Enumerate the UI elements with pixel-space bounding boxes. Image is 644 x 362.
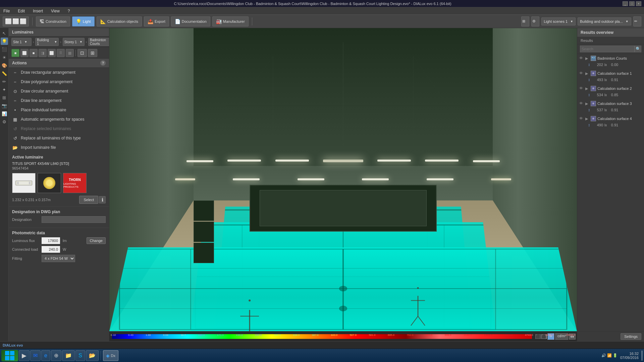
fixture-1 <box>186 160 213 162</box>
expand-icon-5[interactable]: ▶ <box>585 117 589 121</box>
action-auto[interactable]: ▦ Automatic arrangements for spaces <box>9 115 109 124</box>
show-desktop-btn[interactable] <box>641 351 643 361</box>
thorn-label: THORN <box>69 178 81 182</box>
toolbar-construction[interactable]: 🏗 Construction <box>36 16 70 26</box>
toolbar-docs[interactable]: 📄 Documentation <box>171 16 210 26</box>
icon-graph[interactable]: 📊 <box>1 110 8 117</box>
icon-camera[interactable]: 📷 <box>1 102 8 109</box>
expand-icon-4[interactable]: ▶ <box>585 102 589 106</box>
taskbar-folder[interactable]: 📂 <box>86 350 99 361</box>
toolbar-settings-btn[interactable]: ⚙ <box>531 16 539 26</box>
action-import[interactable]: 📂 Import luminaire file <box>9 143 109 152</box>
menu-edit[interactable]: Edit <box>16 8 26 14</box>
building-nav-dropdown[interactable]: Building 1 ▼ <box>35 38 59 46</box>
taskbar-media[interactable]: ▶ <box>19 350 30 361</box>
close-btn[interactable]: × <box>636 1 641 6</box>
fixture-row2-2 <box>233 178 260 180</box>
menu-file[interactable]: File <box>2 8 11 14</box>
site-dropdown[interactable]: Site 1 ▼ <box>11 38 32 46</box>
room-dropdown[interactable]: Badminton Courts ▼ <box>88 38 109 46</box>
icon-pencil[interactable]: ✏ <box>1 78 8 85</box>
taskbar-outlook[interactable]: ✉ <box>30 350 41 361</box>
view-filled[interactable]: ■ <box>30 49 38 57</box>
action-line[interactable]: ▪▪ Draw line arrangement <box>9 96 109 105</box>
view-grid[interactable]: ⊞ <box>88 49 97 57</box>
scoreboard <box>250 185 437 232</box>
view-textured[interactable]: ▦ <box>66 49 74 57</box>
taskbar-explorer[interactable]: 📁 <box>62 350 75 361</box>
view-shaded[interactable]: ◨ <box>39 49 47 57</box>
court-front <box>109 247 577 331</box>
action-replace-all[interactable]: ↺ Replace all luminaires of this type <box>9 133 109 143</box>
expand-icon-1[interactable]: ▶ <box>585 56 589 60</box>
menu-insert[interactable]: Insert <box>32 8 44 14</box>
result-calc1-row: 👁 ▶ ⊞ Calculation surface 1 <box>579 70 642 77</box>
maximize-btn[interactable]: □ <box>629 1 635 6</box>
fitting-select[interactable]: 4 x FDH 54 W <box>42 255 75 262</box>
icon-ruler[interactable]: 📏 <box>1 70 8 77</box>
settings-btn[interactable]: Settings <box>621 333 641 340</box>
toolbar-calc[interactable]: 📐 Calculation objects <box>97 16 142 26</box>
eye-icon-4[interactable]: 👁 <box>579 101 584 106</box>
fixture-7 <box>473 160 500 162</box>
site-label: Site 1 <box>13 40 22 44</box>
outlook-icon: ✉ <box>33 352 38 359</box>
result-badminton-sub: ↕ 202 lx 0.00 <box>579 62 642 68</box>
actions-help-btn[interactable]: ? <box>100 60 106 66</box>
toolbar-light[interactable]: 💡 Light <box>72 16 95 26</box>
select-btn[interactable]: Select <box>79 196 98 204</box>
menu-help[interactable]: ? <box>66 8 71 14</box>
toolbar-icons-group[interactable]: ⬜ ⬜ ⬜ <box>3 16 29 26</box>
icon-palette[interactable]: 🎨 <box>1 62 8 69</box>
toolbar-view-btn[interactable]: ⊞ <box>521 16 529 26</box>
luminaire-img-thorn: THORN LIGHTING PRODUCTS <box>63 173 87 193</box>
icon-grid[interactable]: ⊞ <box>1 94 8 101</box>
view-wireframe-green[interactable]: ⬜ <box>20 49 29 57</box>
eye-icon-3[interactable]: 👁 <box>579 86 584 91</box>
view-filled-green[interactable]: ■ <box>11 49 19 57</box>
change-btn[interactable]: Change <box>87 237 106 244</box>
minimize-btn[interactable]: _ <box>623 1 628 6</box>
luminaire-info-btn[interactable]: ℹ <box>99 196 106 203</box>
icon-light[interactable]: 💡 <box>1 38 8 45</box>
expand-icon-2[interactable]: ▶ <box>585 71 589 75</box>
eye-icon-2[interactable]: 👁 <box>579 71 584 76</box>
eye-icon-1[interactable]: 👁 <box>579 56 584 61</box>
action-rectangular[interactable]: ▪▪ Draw rectangular arrangement <box>9 68 109 77</box>
view-dots[interactable]: ⠿ <box>57 49 65 57</box>
search-btn[interactable]: 🔍 <box>635 46 641 52</box>
fixture-row2-1 <box>175 178 195 180</box>
icon-settings2[interactable]: ⚙ <box>1 118 8 125</box>
taskbar-ie[interactable]: e <box>41 350 50 361</box>
icon-cursor[interactable]: ↖ <box>1 29 8 37</box>
building-dropdown[interactable]: Building and outdoor pla... ▼ <box>578 17 631 25</box>
clock: 16:32 07/09/2016 <box>620 352 639 360</box>
taskbar-chrome[interactable]: ⊕ <box>51 350 61 361</box>
designation-input[interactable] <box>42 216 106 223</box>
view-outlined[interactable]: ⬜ <box>48 49 56 57</box>
statusbar: DIALux evo <box>0 341 644 349</box>
results-search-input[interactable] <box>580 46 635 52</box>
eye-icon-5[interactable]: 👁 <box>579 116 584 121</box>
taskbar-skype[interactable]: S <box>75 350 85 361</box>
toolbar-pen-btn[interactable]: ✏ <box>633 16 641 26</box>
storey-dropdown[interactable]: Storey 1 ▼ <box>63 38 85 46</box>
icon-sun[interactable]: ☀ <box>1 54 8 61</box>
luminaire-img-bulb <box>38 173 61 193</box>
action-polygonal[interactable]: ▪▪ Draw polygonal arrangement <box>9 77 109 86</box>
light-scenes-dropdown[interactable]: Light scenes 1 ▼ <box>541 17 576 25</box>
toolbar-export[interactable]: 📤 Export <box>144 16 169 26</box>
light-fixtures-row2 <box>156 178 530 181</box>
icon-layers[interactable]: ⬛ <box>1 46 8 53</box>
icon-magic[interactable]: ✦ <box>1 86 8 93</box>
action-individual[interactable]: • Place individual luminaire <box>9 105 109 115</box>
menu-view[interactable]: View <box>50 8 61 14</box>
actions-header: Actions ? <box>9 59 109 68</box>
taskbar-dialux[interactable]: ◈ Dx <box>103 350 118 361</box>
view-fit[interactable]: ⊡ <box>77 49 87 57</box>
main-viewport[interactable]: 0.10 0.43 1.86 6.04 34.7 150.0 171.0 196… <box>109 28 577 341</box>
toolbar-manufacturer[interactable]: 🏭 Manufacturer <box>212 16 249 26</box>
expand-icon-3[interactable]: ▶ <box>585 86 589 90</box>
start-button[interactable] <box>1 350 18 361</box>
action-circular[interactable]: ⊙ Draw circular arrangement <box>9 86 109 96</box>
